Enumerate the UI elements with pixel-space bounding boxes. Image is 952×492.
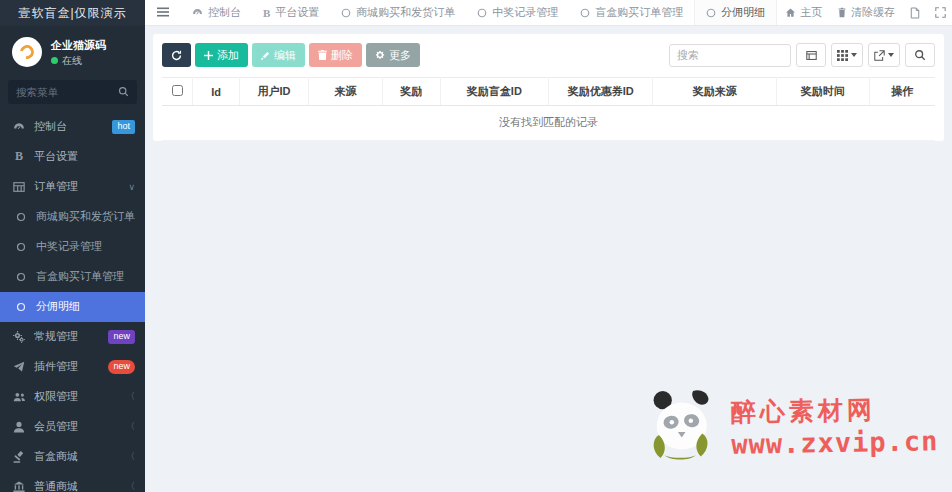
top-nav: 控制台 B 平台设置 商城购买和发货订单 中奖记录管理 盲盒购买订单管理 — [145, 0, 952, 26]
paper-plane-icon — [12, 361, 26, 373]
circle-icon — [706, 8, 716, 18]
clear-cache-button[interactable]: 清除缓存 — [837, 5, 895, 20]
sidebar-item-platform-settings[interactable]: B 平台设置 — [0, 142, 145, 172]
records-table: Id 用户ID 来源 奖励 奖励盲盒ID 奖励优惠券ID 奖励来源 奖励时间 操… — [162, 77, 935, 141]
empty-message: 没有找到匹配的记录 — [162, 106, 935, 141]
sidebar-item-plugin-management[interactable]: 插件管理 new — [0, 352, 145, 382]
menu-label: 盲盒商城 — [34, 449, 78, 464]
refresh-icon — [171, 50, 182, 61]
menu-search-box[interactable] — [8, 80, 137, 104]
toolbar-right — [669, 43, 935, 67]
tab-label: 平台设置 — [275, 5, 319, 20]
chevron-left-icon: 〈 — [126, 420, 135, 433]
tab-label: 中奖记录管理 — [492, 5, 558, 20]
circle-icon — [14, 272, 28, 282]
sidebar-item-blindbox-mall[interactable]: 盲盒商城 〈 — [0, 442, 145, 472]
pencil-icon — [261, 51, 270, 60]
column-header-reward-source[interactable]: 奖励来源 — [653, 78, 777, 106]
sidebar-item-commission-detail[interactable]: 分佣明细 — [0, 292, 145, 322]
panda-logo — [645, 388, 723, 464]
hamburger-icon — [157, 6, 169, 20]
user-status: 在线 — [51, 54, 106, 68]
fullscreen-button[interactable] — [935, 7, 946, 18]
sidebar-toggle-button[interactable] — [145, 0, 181, 25]
circle-icon — [477, 8, 487, 18]
tab-label: 商城购买和发货订单 — [356, 5, 455, 20]
column-header-reward-box-id[interactable]: 奖励盲盒ID — [440, 78, 548, 106]
avatar[interactable] — [12, 37, 42, 67]
new-badge: new — [108, 360, 135, 374]
top-utilities: 主页 清除缓存 - 企业猫源码 — [777, 0, 952, 25]
sidebar-item-blindbox-orders[interactable]: 盲盒购买订单管理 — [0, 262, 145, 292]
watermark-url: www.zxvip.cn — [731, 425, 939, 460]
circle-icon — [580, 8, 590, 18]
tab-console[interactable]: 控制台 — [181, 0, 252, 25]
menu-label: 常规管理 — [34, 329, 78, 344]
menu-search-input[interactable] — [16, 86, 118, 98]
grid-icon — [837, 50, 848, 61]
tab-label: 分佣明细 — [721, 5, 765, 20]
table-search-input[interactable] — [669, 44, 791, 67]
menu-label: 商城购买和发货订单 — [36, 209, 135, 224]
column-header-id[interactable]: Id — [193, 78, 239, 106]
tab-winning-records[interactable]: 中奖记录管理 — [466, 0, 569, 25]
menu-label: 中奖记录管理 — [36, 239, 102, 254]
delete-button[interactable]: 删除 — [309, 43, 362, 67]
sidebar-item-general-mall[interactable]: 普通商城 〈 — [0, 472, 145, 492]
clear-cache-label: 清除缓存 — [851, 5, 895, 20]
hot-badge: hot — [112, 120, 135, 134]
search-button[interactable] — [905, 43, 935, 67]
sidebar-item-general-management[interactable]: 常规管理 new — [0, 322, 145, 352]
user-panel: 企业猫源码 在线 — [0, 26, 145, 77]
tab-mall-orders[interactable]: 商城购买和发货订单 — [330, 0, 466, 25]
sidebar-item-mall-orders[interactable]: 商城购买和发货订单 — [0, 202, 145, 232]
trash-icon — [318, 50, 327, 60]
add-button[interactable]: 添加 — [195, 43, 248, 67]
toolbar: 添加 编辑 删除 更多 — [162, 43, 935, 67]
circle-icon — [14, 212, 28, 222]
home-link[interactable]: 主页 — [785, 5, 822, 20]
sidebar-item-permission-management[interactable]: 权限管理 〈 — [0, 382, 145, 412]
tab-commission-detail[interactable]: 分佣明细 — [694, 0, 777, 25]
tab-platform-settings[interactable]: B 平台设置 — [252, 0, 330, 25]
tab-blindbox-orders[interactable]: 盲盒购买订单管理 — [569, 0, 694, 25]
more-button[interactable]: 更多 — [366, 43, 420, 67]
toggle-view-button[interactable] — [796, 43, 826, 67]
file-shortcut-button[interactable] — [910, 7, 920, 19]
fullscreen-icon — [935, 7, 946, 18]
column-header-reward[interactable]: 奖励 — [382, 78, 440, 106]
edit-button[interactable]: 编辑 — [252, 43, 305, 67]
chevron-down-icon: ∨ — [128, 182, 135, 192]
menu-label: 平台设置 — [34, 149, 78, 164]
column-header-user-id[interactable]: 用户ID — [239, 78, 309, 106]
b-icon: B — [263, 7, 270, 19]
export-button[interactable] — [868, 43, 900, 67]
refresh-button[interactable] — [162, 43, 191, 67]
chevron-left-icon: 〈 — [126, 450, 135, 463]
column-header-source[interactable]: 来源 — [309, 78, 382, 106]
dashboard-icon — [12, 121, 26, 133]
column-header-reward-coupon-id[interactable]: 奖励优惠券ID — [548, 78, 652, 106]
sidebar-item-winning-records[interactable]: 中奖记录管理 — [0, 232, 145, 262]
file-icon — [910, 7, 920, 19]
b-icon: B — [12, 149, 26, 164]
watermark-site-name: 醉心素材网 — [730, 392, 938, 429]
dashboard-icon — [192, 7, 203, 18]
gear-icon — [375, 50, 385, 60]
circle-icon — [14, 242, 28, 252]
sidebar-item-console[interactable]: 控制台 hot — [0, 112, 145, 142]
sidebar-item-order-management[interactable]: 订单管理 ∨ — [0, 172, 145, 202]
tab-label: 控制台 — [208, 5, 241, 20]
circle-icon — [341, 8, 351, 18]
sidebar-menu: 控制台 hot B 平台设置 订单管理 ∨ 商城购买和发货订单 中奖记录管理 — [0, 112, 145, 492]
table-icon — [12, 181, 26, 193]
columns-button[interactable] — [831, 43, 863, 67]
menu-label: 盲盒购买订单管理 — [36, 269, 124, 284]
caret-down-icon — [851, 53, 857, 57]
column-header-reward-time[interactable]: 奖励时间 — [776, 78, 869, 106]
column-header-actions[interactable]: 操作 — [869, 78, 935, 106]
sidebar-item-member-management[interactable]: 会员管理 〈 — [0, 412, 145, 442]
caret-down-icon — [888, 53, 894, 57]
home-icon — [785, 7, 796, 18]
select-all-checkbox[interactable] — [172, 85, 183, 96]
